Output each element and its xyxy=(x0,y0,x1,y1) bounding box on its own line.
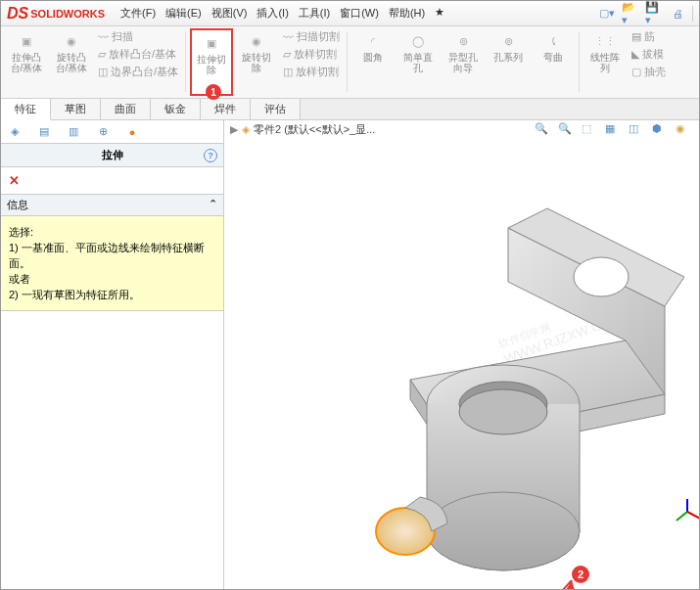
part-model[interactable] xyxy=(263,169,684,580)
svg-point-0 xyxy=(574,257,629,296)
print-icon[interactable]: 🖨 xyxy=(669,5,686,23)
menu-view[interactable]: 视图(V) xyxy=(208,3,252,23)
view-orientation-icon[interactable]: ⬚ xyxy=(582,122,599,140)
revolve-cut-button[interactable]: ◉ 旋转切 除 xyxy=(235,28,278,96)
bend-button[interactable]: ⤹ 弯曲 xyxy=(532,28,575,96)
menu-right: ▢▾ 📂▾ 💾▾ 🖨 xyxy=(598,5,693,23)
fillet-button[interactable]: ◜ 圆角 xyxy=(351,28,395,96)
extrude-cut-icon: ▣ xyxy=(199,32,224,54)
info-section-header[interactable]: 信息 ⌃ xyxy=(1,194,223,216)
panel-title: 拉伸 xyxy=(102,148,123,162)
shell-icon: ▢ xyxy=(631,66,641,78)
loft-button[interactable]: ▱放样凸台/基体 xyxy=(95,46,181,63)
linear-pattern-button[interactable]: ⋮⋮ 线性阵 列 xyxy=(583,28,627,96)
separator xyxy=(692,6,693,22)
ribbon-sep xyxy=(347,32,348,92)
help-icon[interactable]: ? xyxy=(204,149,217,162)
zoom-fit-icon[interactable]: 🔍 xyxy=(535,122,552,140)
scene-icon[interactable]: ⬢ xyxy=(652,122,670,140)
zoom-area-icon[interactable]: 🔍 xyxy=(558,122,576,140)
menu-window[interactable]: 窗口(W) xyxy=(336,3,383,23)
view-triad[interactable] xyxy=(673,497,700,526)
breadcrumb: ▶ ◈ 零件2 (默认<<默认>_显... xyxy=(230,122,375,137)
hole-series-icon: ⊚ xyxy=(495,30,521,52)
rib-icon: ▤ xyxy=(631,30,641,43)
loft-cut-button[interactable]: ▱放样切割 xyxy=(280,46,343,63)
menu-edit[interactable]: 编辑(E) xyxy=(162,3,206,23)
boss-small-group: 〰扫描 ▱放样凸台/基体 ◫边界凸台/基体 xyxy=(95,28,181,96)
panel-tab-display-icon[interactable]: ⊕ xyxy=(93,122,113,142)
panel-tab-feature-icon[interactable]: ◈ xyxy=(5,122,24,142)
info-section: 信息 ⌃ 选择: 1) 一基准面、平面或边线来绘制特征横断面。 或者 2) 一现… xyxy=(1,194,223,311)
content-area: ◈ ▤ ▥ ⊕ ● 拉伸 ? ✕ 信息 ⌃ 选择: 1) 一基准面、平面或边线来… xyxy=(1,120,699,589)
loft-icon: ▱ xyxy=(98,48,106,61)
menu-help[interactable]: 帮助(H) xyxy=(385,3,429,23)
sweep-icon: 〰 xyxy=(98,31,109,43)
sweep-button[interactable]: 〰扫描 xyxy=(95,28,181,45)
bend-icon: ⤹ xyxy=(540,30,566,52)
tab-features[interactable]: 特征 xyxy=(1,99,51,120)
extrude-cut-button[interactable]: ▣ 拉伸切 除 1 xyxy=(190,28,233,96)
cancel-button[interactable]: ✕ xyxy=(1,167,223,194)
tab-surfaces[interactable]: 曲面 xyxy=(101,99,151,119)
extrude-boss-button[interactable]: ▣ 拉伸凸 台/基体 xyxy=(5,28,48,96)
svg-point-4 xyxy=(459,389,547,434)
tab-sketch[interactable]: 草图 xyxy=(51,99,101,119)
hole-series-button[interactable]: ⊚ 孔系列 xyxy=(487,28,530,96)
simple-hole-button[interactable]: ◯ 简单直 孔 xyxy=(397,28,440,96)
draft-icon: ◣ xyxy=(631,48,639,61)
boundary-cut-button[interactable]: ◫放样切割 xyxy=(280,64,343,80)
tab-evaluate[interactable]: 评估 xyxy=(251,99,301,119)
linear-pattern-icon: ⋮⋮ xyxy=(592,30,618,52)
simple-hole-icon: ◯ xyxy=(405,30,431,52)
menu-file[interactable]: 文件(F) xyxy=(117,3,160,23)
shell-button[interactable]: ▢抽壳 xyxy=(629,64,669,80)
menu-bar: DS SOLIDWORKS 文件(F) 编辑(E) 视图(V) 插入(I) 工具… xyxy=(1,1,699,26)
ribbon-sep xyxy=(185,32,186,92)
section-view-icon[interactable]: ◫ xyxy=(629,122,646,140)
property-panel: ◈ ▤ ▥ ⊕ ● 拉伸 ? ✕ 信息 ⌃ 选择: 1) 一基准面、平面或边线来… xyxy=(1,120,224,589)
new-icon[interactable]: ▢▾ xyxy=(598,5,616,23)
svg-line-8 xyxy=(677,512,687,521)
feature-small-group: ▤筋 ◣拔模 ▢抽壳 xyxy=(629,28,669,96)
collapse-icon: ⌃ xyxy=(209,198,217,212)
revolve-boss-icon: ◉ xyxy=(59,30,84,52)
ribbon: ▣ 拉伸凸 台/基体 ◉ 旋转凸 台/基体 〰扫描 ▱放样凸台/基体 ◫边界凸台… xyxy=(1,26,699,99)
open-icon[interactable]: 📂▾ xyxy=(622,5,639,23)
menu-tools[interactable]: 工具(I) xyxy=(295,3,334,23)
menu-star[interactable]: ★ xyxy=(431,3,448,23)
rib-button[interactable]: ▤筋 xyxy=(629,28,669,45)
hole-wizard-icon: ⊚ xyxy=(450,30,476,52)
tab-sheetmetal[interactable]: 钣金 xyxy=(151,99,201,119)
boundary-button[interactable]: ◫边界凸台/基体 xyxy=(95,64,181,80)
breadcrumb-arrow-icon[interactable]: ▶ xyxy=(230,123,238,136)
hole-wizard-button[interactable]: ⊚ 异型孔 向导 xyxy=(442,28,485,96)
viewport-toolbar: 🔍 🔍 ⬚ ▦ ◫ ⬢ ◉ xyxy=(535,122,693,140)
extrude-boss-icon: ▣ xyxy=(14,30,39,52)
callout-2: 2 xyxy=(572,566,589,583)
breadcrumb-part[interactable]: 零件2 (默认<<默认>_显... xyxy=(254,122,375,137)
svg-line-9 xyxy=(523,580,572,590)
panel-tab-property-icon[interactable]: ▥ xyxy=(64,122,83,142)
ribbon-sep xyxy=(579,32,580,92)
draft-button[interactable]: ◣拔模 xyxy=(629,46,669,63)
command-tabs: 特征 草图 曲面 钣金 焊件 评估 xyxy=(1,99,699,120)
panel-tab-appearance-icon[interactable]: ● xyxy=(122,122,142,142)
logo-icon: DS xyxy=(7,5,28,23)
appearance-icon[interactable]: ◉ xyxy=(676,122,693,140)
app-logo: DS SOLIDWORKS xyxy=(7,5,105,23)
boundary-cut-icon: ◫ xyxy=(283,66,293,78)
app-name: SOLIDWORKS xyxy=(30,8,105,20)
save-icon[interactable]: 💾▾ xyxy=(645,5,663,23)
display-style-icon[interactable]: ▦ xyxy=(605,122,623,140)
panel-tab-config-icon[interactable]: ▤ xyxy=(34,122,54,142)
panel-tabs: ◈ ▤ ▥ ⊕ ● xyxy=(1,120,223,144)
menu-items: 文件(F) 编辑(E) 视图(V) 插入(I) 工具(I) 窗口(W) 帮助(H… xyxy=(117,3,448,23)
sweep-cut-button[interactable]: 〰扫描切割 xyxy=(280,28,343,45)
cut-small-group: 〰扫描切割 ▱放样切割 ◫放样切割 xyxy=(280,28,343,96)
viewport[interactable]: ▶ ◈ 零件2 (默认<<默认>_显... 🔍 🔍 ⬚ ▦ ◫ ⬢ ◉ 软件自学… xyxy=(224,120,699,589)
fillet-icon: ◜ xyxy=(360,30,386,52)
tab-weldments[interactable]: 焊件 xyxy=(201,99,251,119)
revolve-boss-button[interactable]: ◉ 旋转凸 台/基体 xyxy=(50,28,93,96)
menu-insert[interactable]: 插入(I) xyxy=(253,3,292,23)
